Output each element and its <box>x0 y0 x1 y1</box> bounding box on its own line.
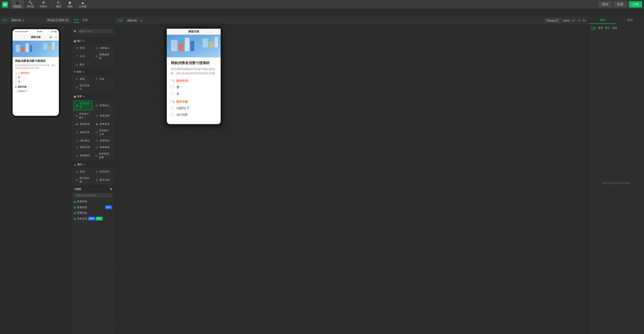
outline-item-1[interactable]: ▦ 普通容器 <box>72 199 114 204</box>
outline-item-2[interactable]: ▦ 普通容器 投入 <box>72 204 114 210</box>
toolbar-preview-btn[interactable]: ▶ 预览 <box>65 0 76 9</box>
comp-form-checkbox-label: 表单选择 <box>100 114 110 118</box>
canvas-radio-2[interactable] <box>171 92 174 96</box>
comp-form-checkbox[interactable]: ☑ 表单选择 <box>94 111 112 120</box>
phone-radio-3[interactable] <box>15 90 17 92</box>
comp-form-radio[interactable]: ◉ 表单单选 <box>74 121 93 127</box>
svg-rect-7 <box>48 46 51 50</box>
phone-nav-icon[interactable]: ⊕ <box>50 36 52 39</box>
canvas-radio-3[interactable] <box>171 106 174 110</box>
canvas-refresh-btn[interactable]: ↻ <box>583 19 586 22</box>
canvas-add-page-btn[interactable]: + <box>140 19 142 23</box>
save-button[interactable]: 保存 <box>599 1 612 8</box>
comp-image-list[interactable]: ⊟ 图文列表 <box>94 175 112 184</box>
canvas-question-1: * 1. 您的性别 男 女 <box>171 79 217 96</box>
upload-button[interactable]: 上传 <box>629 1 642 8</box>
canvas-area: 页面： 调查问卷 + iPhone 8 100% ↩ ↪ ↻ 调查问卷 <box>114 17 589 334</box>
phone-radio-1[interactable] <box>15 77 17 79</box>
comp-form-tel[interactable]: ⊡ 表单电话 <box>74 151 93 160</box>
comp-form-input2[interactable]: ⊟ 表单输入 <box>94 101 112 110</box>
search-input[interactable] <box>78 29 113 33</box>
canvas-radio-1[interactable] <box>171 86 174 89</box>
comp-form-time[interactable]: ⊡ 表单时间 <box>94 138 112 143</box>
comp-form-email[interactable]: ⊡ 表单邮箱 <box>94 144 112 150</box>
toolbar-compile-btn[interactable]: ↻ 编译 <box>53 0 64 9</box>
canvas-survey-desc: 首先感谢您能抽出时间参与我们的问卷，我们会保证对您的信息进行保密 <box>171 67 217 75</box>
comp-status-tip[interactable]: ◎ 状态提示 <box>94 169 112 174</box>
comp-form-multiline[interactable]: ⊟ 表单多行输入 <box>74 111 93 120</box>
canvas-q1-opt2-label: 女 <box>176 92 180 96</box>
comp-button[interactable]: ⊡ 按钮 <box>74 45 93 51</box>
phone-radio-2[interactable] <box>15 81 17 83</box>
svg-rect-15 <box>209 42 214 47</box>
canvas-phone-body: 网购消费者消费习惯调研 首先感谢您能抽出时间参与我们的问卷，我们会保证对您的信息… <box>167 57 221 124</box>
subtab-action[interactable]: 重头 <box>605 26 610 30</box>
comp-form-radio-label: 表单单选 <box>80 122 90 126</box>
canvas-undo-btn[interactable]: ↩ <box>572 19 575 22</box>
comp-rich-text[interactable]: R 富文本显示 <box>74 83 93 92</box>
subtab-tips[interactable]: 描绑 <box>612 26 617 30</box>
right-panel-subtabs: 交量 素材 重头 描绑 <box>589 24 644 32</box>
device-select[interactable]: iPhone 5 100% 16 <box>46 18 69 22</box>
outline-search-input[interactable] <box>74 193 112 198</box>
comp-form-switch-label: 表单开关 <box>80 131 90 134</box>
comp-form-date[interactable]: ⊡ 表单日期 <box>74 144 93 150</box>
canvas-radio-4[interactable] <box>171 113 174 117</box>
comp-url[interactable]: ⊡ URL地址 <box>74 138 93 143</box>
toolbar-debugger-btn[interactable]: 🔧 调试器 <box>24 0 37 9</box>
toolbar-control-btn[interactable]: ⚙ 控制台 <box>37 0 50 9</box>
phone-status-right: 100% ▌ <box>51 31 57 32</box>
tab-feedback[interactable]: 反馈 <box>82 18 88 23</box>
phone-nav-dots[interactable]: ··· <box>54 35 57 39</box>
top-toolbar: W 📱 模拟器 🔧 调试器 ⚙ 控制台 ↻ 编译 ▶ 预览 ☁ 云存储 保存 <box>0 0 644 9</box>
section-hot-header[interactable]: ▦ 热门 ▼ <box>72 38 114 44</box>
canvas-redo-btn[interactable]: ↪ <box>578 19 580 22</box>
comp-image[interactable]: ⊡ 图片 <box>74 62 93 67</box>
phone-content[interactable]: 网购消费者消费习惯调研 首先感谢您能抽出时间参与我们的问卷，我们会保证对您的信息… <box>13 41 59 116</box>
subtab-material[interactable]: 素材 <box>598 26 603 30</box>
comp-form-tel-label: 表单电话 <box>80 154 90 157</box>
comp-title[interactable]: H 标题 <box>74 76 93 82</box>
section-text-header[interactable]: T 文本 ▼ <box>72 69 114 75</box>
comp-form-date-label: 表单日期 <box>80 145 90 149</box>
section-display-header[interactable]: ▲ 展示 ▼ <box>72 162 114 168</box>
comp-image-display[interactable]: ⊡ 图文显示项 <box>74 175 93 184</box>
outline-expand-icon[interactable]: ⇅ <box>110 188 112 191</box>
phone-question-2: 2. 您的年龄 18岁以下 <box>15 85 56 93</box>
toolbar-cloudsave-btn[interactable]: ☁ 云存储 <box>76 0 89 9</box>
section-text-grid: H 标题 T 文本 R 富文本显示 <box>72 75 114 93</box>
comp-form-multiselect[interactable]: ◉ 表单多选 <box>94 121 112 127</box>
comp-form-upload[interactable]: ⊡ 表单图片上传 <box>94 128 112 137</box>
comp-text2[interactable]: T 文本 <box>94 76 112 82</box>
subtab-exchange[interactable]: 交量 <box>591 26 596 30</box>
comp-form-input[interactable]: ⊟ 表单输入 <box>94 45 112 51</box>
outline-item-3[interactable]: ▦ 普通容器 <box>72 210 114 216</box>
tab-data[interactable]: 数据 <box>589 17 617 24</box>
tab-component[interactable]: 组件 <box>74 18 79 23</box>
panel-tabs: 组件 反馈 <box>74 18 88 23</box>
comp-text[interactable]: T 文本 <box>74 52 93 61</box>
phone-time: 15:30 <box>37 30 42 33</box>
phone-banner <box>13 41 59 57</box>
svg-rect-11 <box>179 44 184 51</box>
status-tip-icon: ◎ <box>95 170 99 173</box>
canvas-q1-title: * 1. 您的性别 <box>171 79 217 83</box>
canvas-topbar-right: iPhone 8 100% ↩ ↪ ↻ <box>545 19 586 23</box>
comp-disp-button[interactable]: ⊡ 按钮 <box>74 169 93 174</box>
canvas-device-select[interactable]: iPhone 8 <box>545 19 560 23</box>
check-button[interactable]: 检查 <box>614 1 627 8</box>
comp-form-selector[interactable]: ⊟ 表单选择器 <box>74 101 93 110</box>
outline-item-4[interactable]: ▦ 表单容器 联动 EVT <box>72 216 114 221</box>
comp-form-switch[interactable]: ⊡ 表单开关 <box>74 128 93 137</box>
left-add-page-btn[interactable]: + <box>23 18 25 22</box>
toolbar-simulator-btn[interactable]: 📱 模拟器 <box>11 0 24 9</box>
section-text: T 文本 ▼ H 标题 T 文本 R 富文本显示 <box>72 69 114 93</box>
badge-evt: EVT <box>96 217 103 220</box>
section-form-arrow: ▼ <box>83 95 85 98</box>
comp-common-selector[interactable]: ⊟ 普通选择器 <box>94 52 112 61</box>
form-switch-icon: ⊡ <box>75 131 79 134</box>
section-form-header[interactable]: ▦ 表单 ▼ <box>72 93 114 99</box>
tab-style[interactable]: 样式 <box>617 17 644 24</box>
outline-item-1-label: 普通容器 <box>77 200 87 203</box>
comp-form-area[interactable]: ◎ 表单地域选择 <box>94 151 112 160</box>
